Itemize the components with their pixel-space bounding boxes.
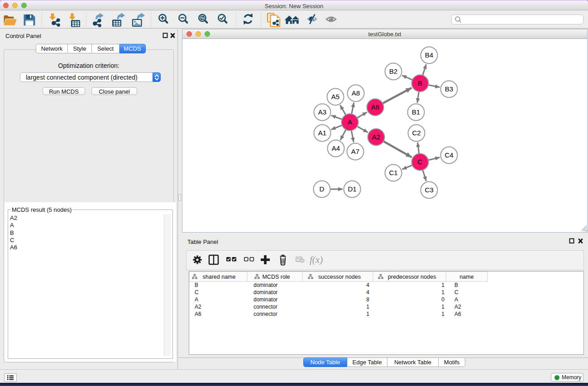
svg-text:A2: A2 [195,304,201,310]
svg-text:A6: A6 [371,103,379,111]
svg-text:A6: A6 [454,311,461,317]
svg-text:C: C [418,158,423,166]
svg-text:connector: connector [253,311,277,317]
svg-text:1: 1 [441,289,445,295]
svg-text:B4: B4 [425,51,433,59]
svg-text:B2: B2 [389,67,397,75]
svg-text:B: B [195,282,198,288]
svg-text:B: B [454,282,458,288]
svg-text:A: A [195,296,198,303]
svg-text:C4: C4 [445,151,453,159]
svg-text:1: 1 [441,304,445,310]
svg-text:predecessor nodes: predecessor nodes [388,274,436,280]
svg-text:A1: A1 [318,129,326,137]
svg-text:MCDS role: MCDS role [262,274,290,280]
svg-text:C2: C2 [412,129,421,137]
svg-text:A4: A4 [332,144,340,152]
svg-text:C: C [454,289,459,295]
svg-text:D: D [320,185,325,193]
svg-text:C1: C1 [389,169,397,176]
svg-text:B: B [418,79,422,87]
svg-text:4: 4 [366,289,369,295]
svg-text:C: C [195,289,199,295]
svg-text:1: 1 [441,282,445,288]
svg-text:1: 1 [366,304,369,310]
svg-text:A: A [454,296,458,303]
svg-text:4: 4 [366,282,369,288]
svg-text:D1: D1 [348,185,356,193]
svg-text:A7: A7 [351,148,359,155]
svg-text:0: 0 [441,296,445,303]
svg-text:dominator: dominator [253,289,277,295]
svg-text:B1: B1 [412,108,420,116]
svg-text:A: A [348,118,352,126]
svg-text:A5: A5 [331,93,339,100]
svg-text:8: 8 [366,296,369,303]
svg-text:1: 1 [366,311,369,317]
svg-text:successor nodes: successor nodes [318,274,361,280]
svg-text:A2: A2 [454,304,461,310]
svg-text:A3: A3 [318,108,326,116]
svg-text:name: name [459,274,473,280]
svg-text:A6: A6 [195,311,201,317]
svg-text:A2: A2 [372,133,380,141]
svg-text:A8: A8 [352,89,360,97]
svg-text:C3: C3 [425,186,433,194]
svg-text:shared name: shared name [203,274,236,280]
svg-text:connector: connector [253,304,277,310]
svg-text:B3: B3 [445,85,453,93]
svg-text:1: 1 [441,311,445,317]
svg-text:dominator: dominator [253,296,277,303]
svg-text:dominator: dominator [253,282,277,288]
svg-text:f(x): f(x) [310,254,323,265]
